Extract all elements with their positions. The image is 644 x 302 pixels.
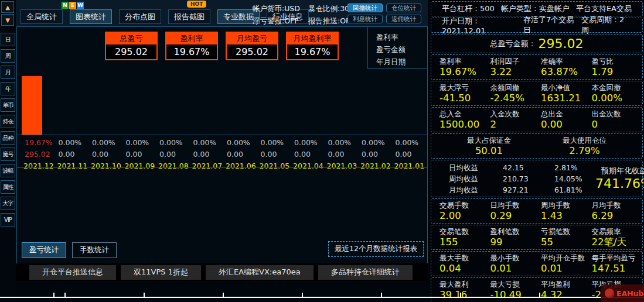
eahub-logo-text: EAHub [616, 289, 644, 298]
sidebar-tab[interactable]: 日 [1, 33, 15, 46]
stat-cell: 盈利率 19.67% [439, 56, 490, 77]
sidebar-tab[interactable]: 月 [1, 66, 15, 79]
stat-value: 155 [439, 236, 490, 248]
stat-mini-button[interactable]: 返佣统计 [386, 15, 421, 23]
column-profit-rate: 0.00% [223, 137, 257, 149]
stat-label: 盈利笔数 [490, 227, 541, 236]
stats-panel: 平台杠杆：500 帐户类型：实盘帐户 平台支持EA交易 开户日期：2021.12… [430, 0, 644, 302]
bottom-ad-button[interactable]: 多品种持仓详细统计 [318, 265, 413, 280]
stat-value: 0.01 [541, 263, 592, 274]
chart-footer-tab[interactable]: 盈亏统计 [22, 242, 66, 258]
stat-label: 最大浮亏 [439, 83, 490, 92]
stat-label: 盈亏比 [592, 56, 643, 66]
stat-value: 1.79 [592, 66, 643, 77]
nav-tab-button[interactable]: 全局统计 [21, 9, 63, 24]
stat-cell: 交易频率 22笔/天 [592, 227, 643, 248]
bottom-ad-button[interactable]: 开仓平台推送信息 [29, 265, 116, 280]
bar-slot [357, 75, 391, 135]
total-profit-value: 295.02 [539, 36, 584, 51]
stat-value: 1.43 [541, 210, 592, 221]
stat-label: 最大占保证金 [467, 135, 511, 145]
column-profit-rate: 0.00% [122, 137, 156, 149]
nav-tab-button[interactable]: 报告截图 [168, 9, 210, 24]
stat-cell: 总出金 0.00 [541, 109, 592, 130]
stat-mini-button[interactable]: 仓位统计 [386, 4, 421, 12]
column-month-label: 2021.11 [54, 160, 88, 171]
new-badge-letter: W [77, 2, 84, 9]
column-month-label: 2021.03 [324, 160, 358, 171]
legend-label: 年月日期 [376, 56, 427, 68]
sidebar-tab[interactable]: VIP [1, 213, 15, 227]
scroll-down-button[interactable]: ▼ [1, 14, 14, 26]
bottom-ad-button[interactable]: 双11VPS 1折起 [121, 265, 201, 280]
sidebar-tab[interactable]: 魔号 [1, 147, 15, 161]
sidebar-tab[interactable]: 品种 [1, 131, 15, 145]
chart-column: 0.00% 0.00 2021.10 [88, 75, 122, 171]
column-month-label: 2021.09 [122, 160, 156, 171]
new-badge-letter: E [69, 2, 76, 9]
report-period-note[interactable]: 最近12个月数据统计报表 [328, 241, 424, 257]
stat-box-value: 19.67% [287, 44, 338, 59]
bottom-ad-button[interactable]: 外汇EA编程VX:ea70ea [206, 265, 314, 280]
stat-label: 盈利率 [439, 56, 490, 66]
stat-label: 准确率 [541, 56, 592, 66]
left-sidebar: ▲ ▼ 日 周 月 年 单币 持仓 品种 魔号 波幅 属性 [0, 0, 16, 302]
scroll-up-button[interactable]: ▲ [1, 1, 14, 13]
income-row-pct: 2.81% [554, 163, 595, 173]
sidebar-tab[interactable]: 周 [1, 49, 15, 63]
stat-label: 入金次数 [490, 109, 541, 119]
sidebar-tab[interactable]: 年 [1, 82, 15, 95]
account-info-block: 帐户货币:USD 暴仓比例:30% 浮亏警报:OFF 报告推送:OFF [253, 4, 356, 26]
nav-tab-button[interactable]: 分布点图 [119, 9, 161, 24]
platform-info-item: 平台杠杆：500 [442, 4, 495, 14]
stat-cell: 利润因子 3.22 [490, 56, 541, 77]
summary-stat-box: 总盈亏 295.02 [105, 32, 158, 60]
summary-stat-box: 月均盈亏 295.02 [226, 32, 278, 60]
column-profit-rate: 0.00% [357, 137, 391, 149]
stat-mini-button[interactable]: 回撤统计 [347, 4, 383, 12]
column-profit-rate: 0.00% [54, 137, 88, 149]
stat-cell: 交易手数 2.00 [439, 200, 490, 221]
stat-cell: 交易笔数 155 [439, 227, 490, 248]
column-profit-amount: 0.00 [155, 149, 189, 160]
stat-label: 最大使用仓位 [563, 135, 606, 145]
column-profit-amount: 0.00 [391, 149, 425, 160]
margin-usage-section: 最大占保证金 50.01 最大使用仓位 2.79% [431, 133, 643, 159]
stat-label: 最大盈利 [439, 279, 490, 289]
stat-value: 0.29 [490, 210, 541, 221]
chart-footer-tab[interactable]: 手数统计 [72, 242, 117, 258]
stat-mini-button[interactable]: 利息统计 [347, 15, 383, 23]
column-profit-amount: 0.00 [290, 149, 324, 160]
stat-label: 每手平均盈亏 [592, 253, 643, 263]
sidebar-tab[interactable]: 波幅 [1, 164, 15, 177]
column-profit-amount: 0.00 [88, 149, 122, 160]
lots-stats-grid: 交易手数 2.00 日均手数 0.29 周均手数 1.43 月均手数 6.29 [431, 198, 643, 224]
bottom-ruler-ticks [0, 293, 644, 297]
chart-column: 0.00% 0.00 2021.09 [122, 75, 156, 171]
stat-value: -41.50 [439, 92, 490, 104]
stat-value: 99 [490, 236, 541, 248]
app-window: ▲ ▼ 日 周 月 年 单币 持仓 品种 魔号 波幅 属性 [0, 0, 644, 302]
chart-column: 0.00% 0.00 2021.06 [223, 75, 257, 171]
eahub-logo-icon [605, 289, 614, 298]
bar-slot [324, 75, 358, 135]
summary-stat-box: 月均盈利率 19.67% [286, 32, 339, 60]
stat-value: 1631.21 [541, 92, 592, 104]
sidebar-tab[interactable]: 属性 [1, 180, 15, 194]
stat-cell: 日均手数 0.29 [490, 200, 541, 221]
bar-slot [189, 75, 223, 135]
stat-cell: 本金回撤 0.00% [592, 83, 643, 104]
chart-column: 0.00% 0.00 2021.07 [189, 75, 223, 171]
nav-tab-button[interactable]: 图表统计 [70, 9, 112, 24]
stat-value: 55 [541, 236, 592, 248]
stat-cell: 最大使用仓位 2.79% [563, 135, 606, 156]
sidebar-tab[interactable]: 持仓 [1, 115, 15, 128]
stat-label: 日均手数 [490, 200, 541, 210]
income-row-value: 210.73 [503, 174, 554, 184]
sidebar-tab[interactable]: 大字 [1, 197, 15, 210]
stat-cell: 盈亏比 1.79 [592, 56, 643, 77]
sidebar-tab[interactable]: 单币 [1, 98, 15, 112]
chart-legend: 盈利率 盈亏金额 年月日期 [367, 27, 427, 69]
stat-box-value: 19.67% [166, 44, 217, 59]
stat-label: 周均手数 [541, 200, 592, 210]
